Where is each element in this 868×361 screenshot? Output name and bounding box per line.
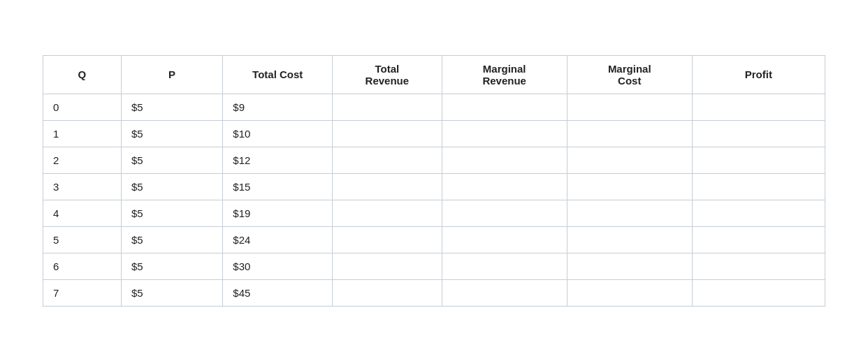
cell-p-3: $5: [121, 173, 222, 200]
cell-tr-2: [333, 147, 442, 173]
col-header-p: P: [121, 55, 222, 94]
cell-q-0: 0: [43, 94, 122, 120]
cell-tr-5: [333, 226, 442, 253]
cell-mr-1: [442, 120, 567, 147]
cell-tc-7: $45: [223, 279, 333, 306]
cell-p-7: $5: [121, 279, 222, 306]
cell-mr-5: [442, 226, 567, 253]
col-header-tc: Total Cost: [223, 55, 333, 94]
cell-q-2: 2: [43, 147, 122, 173]
cell-tr-3: [333, 173, 442, 200]
cell-pr-1: [692, 120, 825, 147]
table-row: 2$5$12: [43, 147, 825, 173]
cell-pr-7: [692, 279, 825, 306]
cell-mc-2: [567, 147, 692, 173]
cell-mc-3: [567, 173, 692, 200]
cell-p-0: $5: [121, 94, 222, 120]
cell-tc-5: $24: [223, 226, 333, 253]
cell-pr-6: [692, 253, 825, 279]
cell-tr-4: [333, 200, 442, 226]
cell-q-7: 7: [43, 279, 122, 306]
header-row: Q P Total Cost TotalRevenue MarginalReve…: [43, 55, 825, 94]
cell-tr-0: [333, 94, 442, 120]
cell-tc-2: $12: [223, 147, 333, 173]
cell-mr-3: [442, 173, 567, 200]
cell-tc-1: $10: [223, 120, 333, 147]
table-row: 5$5$24: [43, 226, 825, 253]
economics-table: Q P Total Cost TotalRevenue MarginalReve…: [43, 55, 825, 307]
cell-mr-2: [442, 147, 567, 173]
cell-mc-1: [567, 120, 692, 147]
col-header-mr: MarginalRevenue: [442, 55, 567, 94]
cell-q-3: 3: [43, 173, 122, 200]
cell-q-1: 1: [43, 120, 122, 147]
cell-mc-4: [567, 200, 692, 226]
cell-q-6: 6: [43, 253, 122, 279]
cell-tr-1: [333, 120, 442, 147]
col-header-mc: MarginalCost: [567, 55, 692, 94]
cell-mr-6: [442, 253, 567, 279]
cell-tc-6: $30: [223, 253, 333, 279]
cell-p-6: $5: [121, 253, 222, 279]
cell-pr-5: [692, 226, 825, 253]
cell-pr-2: [692, 147, 825, 173]
cell-tc-0: $9: [223, 94, 333, 120]
cell-p-5: $5: [121, 226, 222, 253]
cell-mc-7: [567, 279, 692, 306]
cell-pr-0: [692, 94, 825, 120]
table-row: 3$5$15: [43, 173, 825, 200]
cell-tc-3: $15: [223, 173, 333, 200]
table-row: 1$5$10: [43, 120, 825, 147]
cell-tc-4: $19: [223, 200, 333, 226]
cell-mc-5: [567, 226, 692, 253]
col-header-q: Q: [43, 55, 122, 94]
table-row: 0$5$9: [43, 94, 825, 120]
cell-pr-4: [692, 200, 825, 226]
cell-mc-6: [567, 253, 692, 279]
table-wrapper: Q P Total Cost TotalRevenue MarginalReve…: [22, 41, 846, 321]
cell-mr-7: [442, 279, 567, 306]
cell-p-1: $5: [121, 120, 222, 147]
cell-q-4: 4: [43, 200, 122, 226]
col-header-pr: Profit: [692, 55, 825, 94]
table-row: 4$5$19: [43, 200, 825, 226]
cell-mc-0: [567, 94, 692, 120]
cell-pr-3: [692, 173, 825, 200]
table-row: 6$5$30: [43, 253, 825, 279]
cell-tr-7: [333, 279, 442, 306]
cell-tr-6: [333, 253, 442, 279]
cell-mr-4: [442, 200, 567, 226]
cell-p-2: $5: [121, 147, 222, 173]
cell-p-4: $5: [121, 200, 222, 226]
col-header-tr: TotalRevenue: [333, 55, 442, 94]
cell-q-5: 5: [43, 226, 122, 253]
table-row: 7$5$45: [43, 279, 825, 306]
cell-mr-0: [442, 94, 567, 120]
